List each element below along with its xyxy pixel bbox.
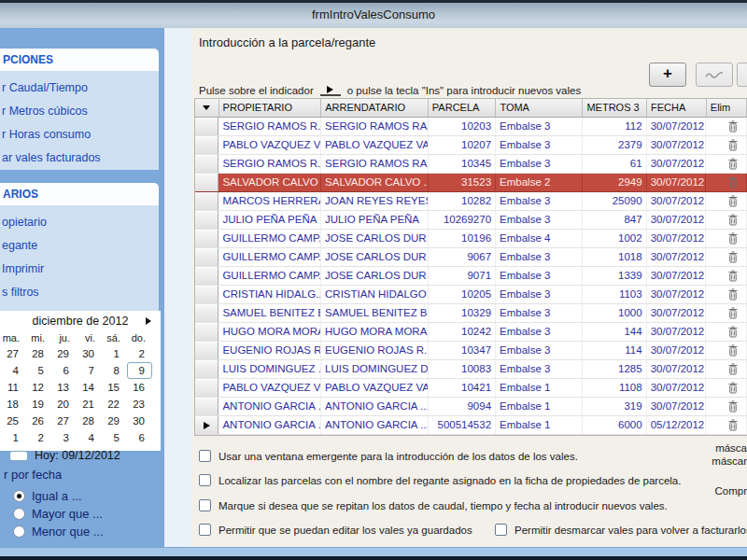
- cell-metros[interactable]: 319: [583, 398, 647, 415]
- trash-icon[interactable]: [728, 139, 738, 151]
- cell-eliminar[interactable]: [706, 136, 747, 154]
- cell-propietario[interactable]: CRISTIAN HIDALG...: [218, 286, 321, 303]
- calendar-day[interactable]: 4: [1, 362, 26, 379]
- cell-parcela[interactable]: 10421: [429, 379, 497, 397]
- table-row[interactable]: EUGENIO ROJAS R...EUGENIO ROJAS R...1034…: [195, 342, 747, 360]
- checkbox-icon[interactable]: [199, 524, 211, 536]
- header-eliminar[interactable]: Elim: [707, 99, 747, 117]
- trash-icon[interactable]: [728, 288, 738, 301]
- calendar-day[interactable]: 12: [26, 379, 51, 396]
- calendar-day[interactable]: 19: [26, 396, 51, 413]
- cell-eliminar[interactable]: [706, 360, 747, 378]
- calendar-day[interactable]: 14: [77, 379, 102, 396]
- cell-arrendatario[interactable]: LUIS DOMINGUEZ D...: [321, 360, 429, 378]
- cell-toma[interactable]: Embalse 1: [496, 379, 583, 397]
- radio-mayor-que[interactable]: Mayor que ...: [13, 507, 103, 521]
- cell-toma[interactable]: Embalse 3: [496, 360, 583, 378]
- cell-propietario[interactable]: JULIO PEÑA PEÑA: [218, 211, 321, 229]
- calendar-day[interactable]: 27: [51, 413, 77, 429]
- calendar-day[interactable]: 23: [127, 396, 152, 413]
- cell-eliminar[interactable]: [706, 304, 747, 322]
- cell-arrendatario[interactable]: PABLO VAZQUEZ VA...: [321, 136, 429, 154]
- calendar-day[interactable]: 3: [51, 429, 77, 446]
- cell-eliminar[interactable]: [706, 267, 747, 285]
- calendar-next-icon[interactable]: [146, 317, 151, 325]
- cell-fecha[interactable]: 30/07/2012: [647, 248, 707, 266]
- cell-eliminar[interactable]: [706, 398, 747, 415]
- cell-fecha[interactable]: 30/07/2012: [647, 118, 707, 135]
- calendar-day[interactable]: 15: [102, 379, 127, 396]
- cell-parcela[interactable]: 9071: [429, 267, 497, 285]
- trash-icon[interactable]: [728, 363, 738, 375]
- calendar-day[interactable]: 1: [1, 429, 26, 446]
- header-toma[interactable]: TOMA: [496, 99, 583, 117]
- cell-toma[interactable]: Embalse 3: [496, 118, 583, 135]
- header-metros[interactable]: METROS 3: [583, 99, 647, 117]
- cell-arrendatario[interactable]: JOSE CARLOS DUR...: [321, 267, 429, 285]
- calendar-today[interactable]: Hoy: 09/12/2012: [0, 449, 161, 462]
- calendar-day[interactable]: 7: [77, 362, 102, 379]
- cell-metros[interactable]: 1018: [583, 248, 647, 266]
- sidebar-link[interactable]: opietario: [0, 211, 159, 234]
- cell-eliminar[interactable]: [706, 379, 747, 397]
- calendar-day[interactable]: 5: [102, 429, 127, 446]
- option-desmarcar-vales[interactable]: Permitir desmarcar vales para volver a f…: [495, 524, 747, 536]
- table-row[interactable]: MARCOS HERRERA...JOAN REYES REYES10282Em…: [195, 192, 747, 211]
- row-indicator-cell[interactable]: [195, 155, 218, 173]
- row-indicator-cell[interactable]: [195, 136, 218, 154]
- cell-toma[interactable]: Embalse 1: [496, 416, 583, 434]
- cell-metros[interactable]: 1103: [583, 286, 647, 303]
- cell-arrendatario[interactable]: JOAN REYES REYES: [321, 192, 429, 210]
- table-row[interactable]: GUILLERMO CAMP...JOSE CARLOS DUR...9067E…: [195, 248, 747, 267]
- table-row[interactable]: PABLO VAZQUEZ V...PABLO VAZQUEZ VA...102…: [195, 136, 747, 155]
- header-parcela[interactable]: PARCELA: [429, 99, 497, 117]
- cell-arrendatario[interactable]: SERGIO RAMOS RA...: [321, 155, 429, 173]
- cell-fecha[interactable]: 30/07/2012: [647, 230, 707, 247]
- sidebar-link[interactable]: Imprimir: [0, 258, 159, 281]
- cell-propietario[interactable]: GUILLERMO CAMP...: [218, 230, 321, 247]
- header-fecha[interactable]: FECHA: [647, 99, 707, 117]
- checkbox-icon[interactable]: [199, 499, 211, 511]
- row-indicator-cell[interactable]: [195, 342, 218, 359]
- cell-fecha[interactable]: 30/07/2012: [647, 286, 707, 303]
- cell-arrendatario[interactable]: SALVADOR CALVO ...: [321, 174, 429, 191]
- cell-toma[interactable]: Embalse 4: [496, 230, 583, 247]
- cell-fecha[interactable]: 30/07/2012: [647, 360, 707, 378]
- cell-parcela[interactable]: 9094: [429, 398, 497, 415]
- cell-arrendatario[interactable]: JULIO PEÑA PEÑA: [321, 211, 429, 229]
- calendar-day[interactable]: 18: [1, 396, 26, 413]
- cell-toma[interactable]: Embalse 3: [496, 211, 583, 229]
- radio-igual-a[interactable]: Igual a ...: [13, 489, 81, 503]
- cell-arrendatario[interactable]: PABLO VAZQUEZ VA...: [321, 379, 429, 397]
- cell-metros[interactable]: 1285: [583, 360, 647, 378]
- table-row[interactable]: SAMUEL BENITEZ B...SAMUEL BENITEZ BE...1…: [195, 304, 747, 323]
- calendar-day[interactable]: 8: [102, 362, 127, 379]
- cell-parcela[interactable]: 10242: [429, 323, 497, 341]
- cell-parcela[interactable]: 10203: [429, 118, 497, 135]
- cell-toma[interactable]: Embalse 3: [496, 304, 583, 322]
- table-row[interactable]: CRISTIAN HIDALG...CRISTIAN HIDALGO...102…: [195, 286, 747, 304]
- cell-propietario[interactable]: SAMUEL BENITEZ B...: [218, 304, 321, 322]
- cell-arrendatario[interactable]: HUGO MORA MORA: [321, 323, 429, 341]
- cell-propietario[interactable]: ANTONIO GARCIA ...: [218, 398, 321, 415]
- cell-eliminar[interactable]: [706, 323, 747, 341]
- cell-eliminar[interactable]: [706, 155, 747, 173]
- cell-propietario[interactable]: PABLO VAZQUEZ V...: [218, 136, 321, 154]
- calendar-day[interactable]: 28: [77, 413, 102, 429]
- cell-parcela[interactable]: 10347: [429, 342, 497, 359]
- table-row[interactable]: SERGIO RAMOS R...SERGIO RAMOS RA...10345…: [195, 155, 747, 174]
- cell-metros[interactable]: 2949: [583, 174, 647, 191]
- cell-toma[interactable]: Embalse 2: [496, 174, 583, 191]
- cell-propietario[interactable]: SALVADOR CALVO ...: [218, 174, 321, 191]
- cell-propietario[interactable]: SERGIO RAMOS R...: [218, 118, 321, 135]
- row-indicator-cell[interactable]: [195, 323, 218, 341]
- cell-fecha[interactable]: 30/07/2012: [647, 304, 707, 322]
- calendar-day[interactable]: 16: [127, 379, 152, 396]
- cell-propietario[interactable]: EUGENIO ROJAS R...: [218, 342, 321, 359]
- cell-fecha[interactable]: 30/07/2012: [647, 323, 707, 341]
- calendar-day[interactable]: 2: [26, 429, 51, 446]
- cell-fecha[interactable]: 30/07/2012: [647, 342, 707, 359]
- calendar-day[interactable]: 2: [127, 345, 152, 362]
- cell-metros[interactable]: 144: [583, 323, 647, 341]
- cell-metros[interactable]: 61: [583, 155, 647, 173]
